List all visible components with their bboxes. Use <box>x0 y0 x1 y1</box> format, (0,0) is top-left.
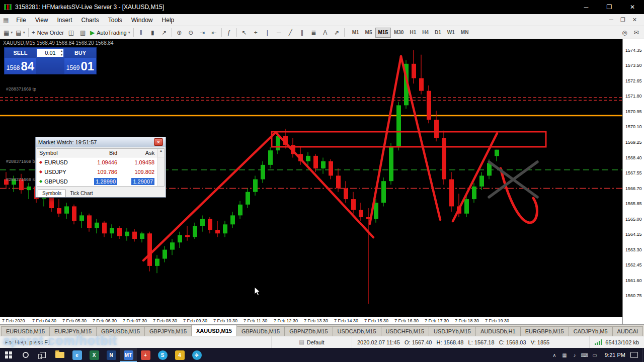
telegram-app-button[interactable]: ✈ <box>188 348 205 362</box>
excel-app-button[interactable]: X <box>86 348 103 362</box>
profiles-button[interactable]: ▤▾ <box>14 27 26 38</box>
navy-app-button[interactable]: N <box>103 348 120 362</box>
indicators-button[interactable]: ƒ <box>223 27 235 38</box>
tray-icon-1[interactable]: ▦ <box>559 352 570 358</box>
timeframe-d1[interactable]: D1 <box>432 28 444 38</box>
menu-help[interactable]: Help <box>157 14 179 26</box>
chart-tab-audcai[interactable]: AUDCAI <box>612 326 643 336</box>
timeframe-m1[interactable]: M1 <box>349 28 362 38</box>
horizontal-line-tool-button[interactable]: ─ <box>273 27 285 38</box>
autotrading-button[interactable]: ▶AutoTrading▾ <box>89 27 132 38</box>
gold-app-button[interactable]: 4 <box>171 348 188 362</box>
lot-size-input[interactable]: 0.01 ▴▾ <box>37 49 63 57</box>
clock[interactable]: 9:21 PM <box>600 352 630 358</box>
action-center-icon[interactable] <box>630 352 638 358</box>
child-close-button[interactable]: ✕ <box>632 17 637 23</box>
chart-tab-gbpjpyb-m15[interactable]: GBPJPYb,M15 <box>144 326 192 336</box>
chart-tab-audusdb-h1[interactable]: AUDUSDb,H1 <box>475 326 521 336</box>
status-profile[interactable]: ▤ Default <box>272 336 352 348</box>
tray-icon-0[interactable]: ∧ <box>549 352 559 358</box>
crosshair-tool-button[interactable]: + <box>250 27 262 38</box>
menu-file[interactable]: File <box>12 14 30 26</box>
candlestick-mode-button[interactable]: ▮ <box>147 27 158 38</box>
column-bid[interactable]: Bid <box>83 150 120 156</box>
chart-tab-xauusd-m15[interactable]: XAUUSD,M15 <box>191 325 237 336</box>
timeframe-m30[interactable]: M30 <box>391 28 407 38</box>
timeframe-w1[interactable]: W1 <box>444 28 458 38</box>
zoom-in-button[interactable]: ⊕ <box>174 27 185 38</box>
red-app-button[interactable]: + <box>137 348 154 362</box>
price-scale[interactable]: 1574.351573.501572.651571.801570.951570.… <box>622 39 644 324</box>
menu-tools[interactable]: Tools <box>104 14 127 26</box>
tray-icon-4[interactable]: ▭ <box>590 352 600 358</box>
buy-button[interactable]: BUY 1569 01 <box>64 48 96 74</box>
start-button[interactable] <box>0 348 17 362</box>
maximize-button[interactable]: ❐ <box>598 0 621 14</box>
metatrader-app-button[interactable]: MT <box>120 348 137 362</box>
column-symbol[interactable]: Symbol <box>37 150 83 156</box>
market-watch-close-button[interactable]: ✕ <box>154 138 163 146</box>
new-chart-dropdown-arrow[interactable]: ▾ <box>11 30 13 35</box>
autotrading-dropdown-arrow[interactable]: ▾ <box>128 30 130 35</box>
profiles-dropdown-arrow[interactable]: ▾ <box>23 30 25 35</box>
market-watch-toggle-button[interactable]: ◫ <box>65 27 77 38</box>
close-button[interactable]: ✕ <box>621 0 644 14</box>
fibonacci-tool-button[interactable]: ≣ <box>308 27 319 38</box>
file-explorer-button[interactable] <box>51 348 68 362</box>
market-watch-tab-tick-chart[interactable]: Tick Chart <box>66 190 97 197</box>
data-window-toggle-button[interactable]: ▥ <box>77 27 89 38</box>
timeframe-h1[interactable]: H1 <box>407 28 419 38</box>
chart-shift-button[interactable]: ⇤ <box>208 27 220 38</box>
show-desktop-button[interactable] <box>642 348 644 362</box>
child-restore-button[interactable]: ❐ <box>620 17 625 23</box>
text-tool-button[interactable]: A <box>319 27 331 38</box>
task-view-button[interactable] <box>34 348 51 362</box>
vertical-line-tool-button[interactable]: | <box>262 27 273 38</box>
auto-scroll-button[interactable]: ⇥ <box>197 27 208 38</box>
arrows-tool-button[interactable]: ⇗ <box>331 27 343 38</box>
time-axis[interactable]: 7 Feb 20207 Feb 04:307 Feb 05:307 Feb 06… <box>0 317 622 324</box>
new-chart-button[interactable]: ▦▾ <box>2 27 14 38</box>
sell-button[interactable]: SELL 1568 84 <box>5 48 36 74</box>
chat-button[interactable]: ✉ <box>630 27 642 38</box>
scrollbar-up-arrow[interactable]: ▲ <box>157 149 164 157</box>
menu-view[interactable]: View <box>31 14 53 26</box>
tray-icon-2[interactable]: ♪ <box>570 352 580 358</box>
bar-chart-mode-button[interactable]: ‖ <box>135 27 147 38</box>
timeframe-m5[interactable]: M5 <box>362 28 375 38</box>
search-button[interactable] <box>17 348 34 362</box>
chart-tab-usdcadb-m15[interactable]: USDCADb,M15 <box>333 326 381 336</box>
search-button[interactable]: ◎ <box>619 27 630 38</box>
chart-tab-usdchfb-m15[interactable]: USDCHFb,M15 <box>381 326 429 336</box>
chart-tab-usdjpyb-m15[interactable]: USDJPYb,M15 <box>429 326 476 336</box>
market-watch-titlebar[interactable]: Market Watch: 19:51:57 ✕ <box>36 137 166 147</box>
market-watch-row[interactable]: ◆USDJPY109.786109.802 <box>37 167 164 176</box>
timeframe-h4[interactable]: H4 <box>419 28 432 38</box>
timeframe-m15[interactable]: M15 <box>375 28 391 38</box>
scrollbar-track[interactable] <box>157 176 164 186</box>
chart-tab-cadjpyb-m5[interactable]: CADJPYb,M5 <box>569 326 613 336</box>
chart-tab-gbpaudb-m15[interactable]: GBPAUDb,M15 <box>236 326 285 336</box>
scrollbar-track[interactable] <box>157 167 164 176</box>
minimize-button[interactable]: ─ <box>575 0 598 14</box>
tray-icon-3[interactable]: ⌨ <box>580 352 590 358</box>
zoom-out-button[interactable]: ⊖ <box>185 27 197 38</box>
chart-tab-gbpnzdb-m15[interactable]: GBPNZDb,M15 <box>284 326 333 336</box>
line-chart-mode-button[interactable]: ↗ <box>158 27 170 38</box>
timeframe-mn[interactable]: MN <box>458 28 472 38</box>
lot-spinner[interactable]: ▴▾ <box>61 49 62 57</box>
menu-charts[interactable]: Charts <box>77 14 104 26</box>
scrollbar-track[interactable] <box>157 157 164 167</box>
trendline-tool-button[interactable]: ╱ <box>285 27 296 38</box>
cursor-tool-button[interactable]: ↖ <box>238 27 250 38</box>
menu-insert[interactable]: Insert <box>52 14 76 26</box>
market-watch-tab-symbols[interactable]: Symbols <box>38 190 66 197</box>
market-watch-row[interactable]: ◆GBPUSD1.289901.29007 <box>37 176 164 186</box>
market-watch-row[interactable]: ◆EURUSD1.094461.09458 <box>37 157 164 167</box>
menu-window[interactable]: Window <box>127 14 157 26</box>
browser-app-button[interactable]: e <box>68 348 86 362</box>
channel-tool-button[interactable]: ∥ <box>296 27 308 38</box>
skype-app-button[interactable]: S <box>154 348 171 362</box>
column-ask[interactable]: Ask <box>120 150 157 156</box>
child-minimize-button[interactable]: ─ <box>609 17 613 23</box>
